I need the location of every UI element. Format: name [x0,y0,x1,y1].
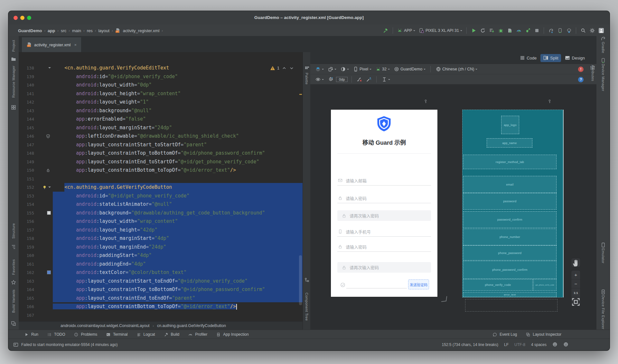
palette-tab[interactable]: Palette [305,73,309,85]
design-surface-selector[interactable] [314,66,325,73]
xml-breadcrumb-parent[interactable]: androidx.constraintlayout.widget.Constra… [61,323,150,328]
resize-handle[interactable] [441,296,447,302]
tool-window-profiler[interactable]: Profiler [188,332,207,337]
tool-window-build[interactable]: Build [164,332,180,337]
blueprint-view-app_name[interactable]: app_name [487,138,532,148]
locale-selector[interactable]: Chinese (zh / CN) [435,66,478,73]
line-ending-indicator[interactable]: LF [504,342,509,347]
code-line[interactable]: 159 android:layout_marginEnd="24dp" [19,243,303,251]
infer-constraints-button[interactable] [365,76,372,83]
profile-low-overhead-button[interactable] [524,27,532,34]
sidebar-tab-structure[interactable]: Structure [12,223,15,239]
attach-debugger-button[interactable] [506,27,514,34]
tool-window-logcat[interactable]: Logcat [136,332,155,337]
sidebar-tab-project[interactable]: Project [12,40,15,52]
sidebar-tab-device-file-explorer[interactable]: Device File Explorer [601,295,605,329]
blueprint-view-app_logo[interactable]: app_logo [501,116,519,134]
code-line[interactable]: 140 android:layout_width="0dp" [19,81,303,89]
code-line[interactable]: 156 android:layout_width="wrap_content" [19,217,303,226]
design-canvas[interactable]: 移动 Guard 示例 请输入邮箱请输入密码请再次输入密码请输入手机号请输入密码… [310,84,596,330]
blueprint-view-register_method_tab[interactable]: register_method_tab [463,155,557,169]
code-line[interactable]: 151 [19,175,303,183]
code-line[interactable]: 162 android:textColor="@color/button_tex… [19,268,303,277]
code-line[interactable]: 154 android:stateListAnimator="@null" [19,200,303,209]
code-line[interactable]: 166 app:layout_constraintBottom_toTopOf=… [19,302,303,311]
code-line[interactable]: 164 app:layout_constraintTop_toBottomOf=… [19,285,303,294]
orientation-selector[interactable] [327,66,337,73]
drawable-preview-swatch[interactable] [47,211,51,215]
warning-stripe-mark[interactable] [299,94,302,95]
run-config-selector[interactable]: APP [396,27,417,34]
status-message[interactable]: Failed to start monitoring emulator-5554… [21,342,117,347]
restart-button[interactable] [479,27,487,34]
settings-button[interactable] [588,27,596,34]
fold-icon[interactable] [48,67,51,70]
zoom-in-button[interactable]: + [571,270,580,279]
sidebar-tab-favorites[interactable]: Favorites [12,259,15,275]
device-type-selector[interactable]: Pixel [352,66,372,73]
code-line[interactable]: 144 app:errorEnabled="false" [19,115,303,123]
sidebar-tab-build-variants[interactable]: Build Variants [12,289,15,313]
profile-avatar[interactable] [597,27,605,34]
tool-window-layout-inspector[interactable]: Layout Inspector [525,332,561,337]
code-line[interactable]: 143 android:background="@null" [19,106,303,115]
tool-window-terminal[interactable]: Terminal [106,332,127,337]
blueprint-view-password[interactable]: password [463,193,557,210]
sidebar-tab-resource-manager[interactable]: Resource Manager [12,66,15,98]
code-line[interactable]: 158 android:layout_marginStart="4dp" [19,234,303,243]
code-line[interactable]: 167 [19,311,303,320]
code-line[interactable]: 155 android:background="@drawable/authin… [19,209,303,217]
zoom-to-fit-button[interactable] [571,297,580,306]
error-badge[interactable]: ! [578,67,584,72]
blueprint-view-phone_password[interactable]: phone_password [463,245,557,260]
stop-button[interactable] [533,27,541,34]
breadcrumb-item[interactable]: GuardDemo [18,28,42,33]
tool-window-problems[interactable]: Problems [73,332,97,337]
breadcrumb-item[interactable]: app [48,28,55,33]
autoconnect-toggle[interactable] [327,76,334,83]
tool-window-app-inspection[interactable]: App Inspection [216,332,248,337]
component-tree-tab[interactable]: Component Tree [305,293,309,321]
code-line[interactable]: 146 app:leftIconDrawable="@drawable/ic_a… [19,132,303,141]
blueprint-view-error_text[interactable]: error_text [463,292,557,297]
blueprint-view-get_phone_verify_code[interactable]: get_phone_verify_code [533,279,557,291]
clear-constraints-button[interactable] [356,76,363,83]
pan-control[interactable] [571,258,581,267]
code-line[interactable]: 161 android:paddingEnd="4dp" [19,260,303,268]
editor-tab[interactable]: <> activity_register.xml × [22,37,81,53]
sidebar-tab-gradle[interactable]: Gradle [601,42,605,53]
sad-feedback-icon[interactable] [563,342,568,348]
code-line[interactable]: 141 android:layout_height="wrap_content" [19,89,303,98]
default-margin-selector[interactable]: 0dp [336,77,348,82]
device-manager-button[interactable] [556,27,564,34]
close-tab-icon[interactable]: × [74,42,77,47]
happy-feedback-icon[interactable] [552,342,557,348]
view-mode-split[interactable]: Split [540,54,561,62]
code-line[interactable]: 157 android:layout_height="42dp" [19,226,303,234]
apply-changes-button[interactable] [488,27,496,34]
code-line[interactable]: 152 <cn.authing.guard.GetVerifyCodeButto… [19,183,303,192]
api-level-selector[interactable]: 32 [374,66,391,73]
zoom-ratio-button[interactable]: 1:1 [571,288,580,297]
code-line[interactable]: 139 android:id="@+id/phone_verify_code" [19,72,303,81]
code-line[interactable]: 150 app:layout_constraintBottom_toTopOf=… [19,166,303,175]
guidelines-button[interactable] [380,76,391,83]
code-line[interactable]: 165 app:layout_constraintEnd_toEndOf="pa… [19,294,303,303]
blueprint-view-email[interactable]: email [463,176,557,193]
inspections-widget[interactable]: 1 [268,65,295,71]
gradle-sync-button[interactable] [547,27,555,34]
tool-window-todo[interactable]: TODO [47,332,65,337]
next-warning-icon[interactable] [289,65,294,71]
send-code-button[interactable]: 发送验证码 [408,279,429,289]
view-options-button[interactable] [314,76,325,83]
breadcrumb-item[interactable]: layout [98,28,109,33]
encoding-indicator[interactable]: UTF-8 [514,342,525,347]
blueprint-view-phone_number[interactable]: phone_number [463,229,557,245]
run-button[interactable] [470,27,478,34]
xml-breadcrumb-current[interactable]: cn.authing.guard.GetVerifyCodeButton [157,323,226,328]
editor-scrollbar[interactable] [299,255,302,305]
theme-selector[interactable]: GuardDemo [393,66,426,73]
sidebar-tab-device-manager[interactable]: Device Manager [601,64,605,91]
code-line[interactable]: 147 app:layout_constraintStart_toStartOf… [19,141,303,149]
code-editor[interactable]: 138 <cn.authing.guard.VerifyCodeEditText… [19,52,303,330]
